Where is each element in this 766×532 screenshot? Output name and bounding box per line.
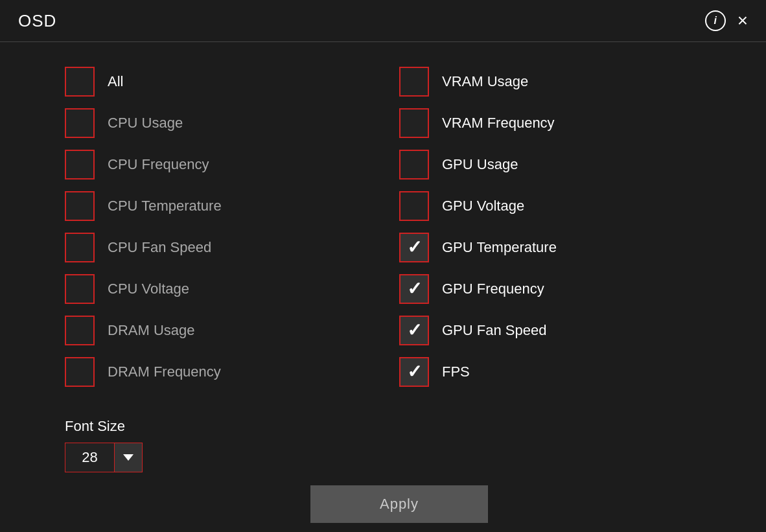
- checkbox-cpu-temperature[interactable]: [65, 191, 95, 221]
- checkbox-dram-usage[interactable]: [65, 316, 95, 345]
- checkbox-row-gpu-fan-speed: ✓GPU Fan Speed: [399, 310, 734, 351]
- checkbox-fps[interactable]: ✓: [399, 357, 429, 387]
- checkbox-vram-usage[interactable]: [399, 67, 429, 97]
- osd-window: OSD i × AllCPU UsageCPU FrequencyCPU Tem…: [0, 0, 766, 532]
- close-icon: ×: [737, 10, 748, 30]
- checkbox-cpu-frequency[interactable]: [65, 150, 95, 179]
- close-button[interactable]: ×: [737, 12, 748, 30]
- window-title: OSD: [18, 11, 56, 31]
- checkbox-label-vram-usage: VRAM Usage: [442, 73, 528, 90]
- checkbox-row-vram-usage: VRAM Usage: [399, 62, 734, 102]
- checkbox-label-cpu-frequency: CPU Frequency: [108, 156, 209, 173]
- checkbox-label-dram-frequency: DRAM Frequency: [108, 364, 221, 380]
- checkbox-row-fps: ✓FPS: [399, 352, 734, 392]
- checkbox-row-cpu-voltage: CPU Voltage: [65, 269, 399, 309]
- checkmark-icon: ✓: [407, 363, 422, 381]
- checkbox-label-dram-usage: DRAM Usage: [108, 322, 194, 339]
- checkbox-gpu-frequency[interactable]: ✓: [399, 274, 429, 304]
- main-content: AllCPU UsageCPU FrequencyCPU Temperature…: [0, 42, 766, 532]
- checkbox-label-gpu-usage: GPU Usage: [442, 156, 518, 173]
- checkbox-label-cpu-temperature: CPU Temperature: [108, 198, 222, 214]
- font-size-select: 28: [65, 443, 143, 472]
- font-size-section: Font Size 28: [65, 418, 734, 472]
- checkbox-label-vram-frequency: VRAM Frequency: [442, 115, 555, 132]
- checkbox-cpu-usage[interactable]: [65, 108, 95, 138]
- checkbox-gpu-voltage[interactable]: [399, 191, 429, 221]
- checkbox-vram-frequency[interactable]: [399, 108, 429, 138]
- left-column: AllCPU UsageCPU FrequencyCPU Temperature…: [65, 62, 399, 392]
- info-icon: i: [714, 15, 716, 27]
- checkbox-row-dram-frequency: DRAM Frequency: [65, 352, 399, 392]
- checkbox-label-gpu-frequency: GPU Frequency: [442, 281, 544, 297]
- checkbox-label-gpu-temperature: GPU Temperature: [442, 239, 557, 256]
- checkbox-label-all: All: [108, 73, 123, 90]
- checkmark-icon: ✓: [407, 238, 422, 257]
- checkbox-row-cpu-frequency: CPU Frequency: [65, 145, 399, 185]
- checkbox-gpu-fan-speed[interactable]: ✓: [399, 316, 429, 345]
- apply-button[interactable]: Apply: [310, 485, 488, 523]
- checkbox-gpu-usage[interactable]: [399, 150, 429, 179]
- checkbox-label-gpu-fan-speed: GPU Fan Speed: [442, 322, 546, 339]
- font-size-dropdown-button[interactable]: [114, 443, 143, 472]
- checkbox-label-gpu-voltage: GPU Voltage: [442, 198, 524, 214]
- font-size-label: Font Size: [65, 418, 734, 435]
- checkbox-row-dram-usage: DRAM Usage: [65, 310, 399, 351]
- checkbox-label-fps: FPS: [442, 364, 470, 380]
- titlebar: OSD i ×: [0, 0, 766, 42]
- checkbox-cpu-voltage[interactable]: [65, 274, 95, 304]
- checkbox-cpu-fan-speed[interactable]: [65, 233, 95, 262]
- right-column: VRAM UsageVRAM FrequencyGPU UsageGPU Vol…: [399, 62, 734, 392]
- checkbox-row-cpu-temperature: CPU Temperature: [65, 186, 399, 226]
- checkbox-dram-frequency[interactable]: [65, 357, 95, 387]
- checkbox-gpu-temperature[interactable]: ✓: [399, 233, 429, 262]
- checkmark-icon: ✓: [407, 321, 422, 340]
- checkmark-icon: ✓: [407, 280, 422, 298]
- info-button[interactable]: i: [705, 10, 726, 31]
- checkbox-row-gpu-temperature: ✓GPU Temperature: [399, 227, 734, 268]
- checkbox-row-all: All: [65, 62, 399, 102]
- checkbox-label-cpu-voltage: CPU Voltage: [108, 281, 189, 297]
- checkbox-row-gpu-voltage: GPU Voltage: [399, 186, 734, 226]
- font-size-value[interactable]: 28: [65, 443, 114, 472]
- checkboxes-grid: AllCPU UsageCPU FrequencyCPU Temperature…: [65, 62, 734, 392]
- titlebar-controls: i ×: [705, 10, 748, 31]
- checkbox-label-cpu-usage: CPU Usage: [108, 115, 183, 132]
- chevron-down-icon: [123, 454, 133, 461]
- checkbox-row-cpu-usage: CPU Usage: [65, 103, 399, 143]
- checkbox-row-cpu-fan-speed: CPU Fan Speed: [65, 227, 399, 268]
- checkbox-all[interactable]: [65, 67, 95, 97]
- checkbox-row-gpu-frequency: ✓GPU Frequency: [399, 269, 734, 309]
- apply-row: Apply: [65, 485, 734, 523]
- checkbox-row-gpu-usage: GPU Usage: [399, 145, 734, 185]
- checkbox-label-cpu-fan-speed: CPU Fan Speed: [108, 239, 211, 256]
- checkbox-row-vram-frequency: VRAM Frequency: [399, 103, 734, 143]
